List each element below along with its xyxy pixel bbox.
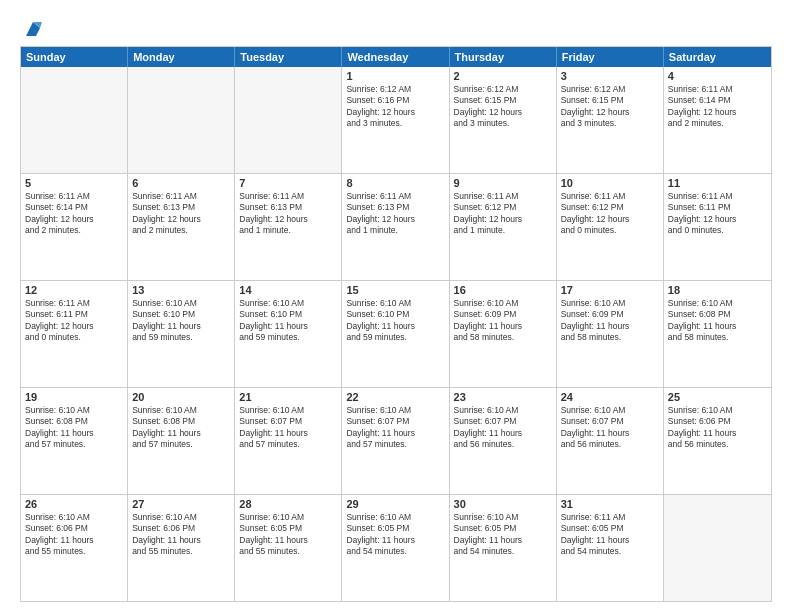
week-row-3: 12Sunrise: 6:11 AM Sunset: 6:11 PM Dayli… bbox=[21, 280, 771, 387]
cell-day-number: 9 bbox=[454, 177, 552, 189]
cell-day-number: 31 bbox=[561, 498, 659, 510]
cell-day-number: 16 bbox=[454, 284, 552, 296]
calendar-cell: 24Sunrise: 6:10 AM Sunset: 6:07 PM Dayli… bbox=[557, 388, 664, 494]
cell-info: Sunrise: 6:10 AM Sunset: 6:09 PM Dayligh… bbox=[454, 298, 552, 344]
calendar-cell: 13Sunrise: 6:10 AM Sunset: 6:10 PM Dayli… bbox=[128, 281, 235, 387]
cell-info: Sunrise: 6:12 AM Sunset: 6:15 PM Dayligh… bbox=[561, 84, 659, 130]
cell-day-number: 22 bbox=[346, 391, 444, 403]
cell-day-number: 6 bbox=[132, 177, 230, 189]
calendar-cell: 20Sunrise: 6:10 AM Sunset: 6:08 PM Dayli… bbox=[128, 388, 235, 494]
cell-info: Sunrise: 6:10 AM Sunset: 6:07 PM Dayligh… bbox=[346, 405, 444, 451]
cell-day-number: 25 bbox=[668, 391, 767, 403]
cell-info: Sunrise: 6:10 AM Sunset: 6:10 PM Dayligh… bbox=[132, 298, 230, 344]
cell-info: Sunrise: 6:10 AM Sunset: 6:10 PM Dayligh… bbox=[239, 298, 337, 344]
calendar-cell: 30Sunrise: 6:10 AM Sunset: 6:05 PM Dayli… bbox=[450, 495, 557, 601]
calendar-cell: 4Sunrise: 6:11 AM Sunset: 6:14 PM Daylig… bbox=[664, 67, 771, 173]
calendar-cell: 29Sunrise: 6:10 AM Sunset: 6:05 PM Dayli… bbox=[342, 495, 449, 601]
calendar-cell: 10Sunrise: 6:11 AM Sunset: 6:12 PM Dayli… bbox=[557, 174, 664, 280]
cell-info: Sunrise: 6:11 AM Sunset: 6:12 PM Dayligh… bbox=[561, 191, 659, 237]
week-row-2: 5Sunrise: 6:11 AM Sunset: 6:14 PM Daylig… bbox=[21, 173, 771, 280]
cell-day-number: 5 bbox=[25, 177, 123, 189]
day-header-friday: Friday bbox=[557, 47, 664, 67]
cell-day-number: 4 bbox=[668, 70, 767, 82]
calendar-cell bbox=[664, 495, 771, 601]
calendar-cell: 5Sunrise: 6:11 AM Sunset: 6:14 PM Daylig… bbox=[21, 174, 128, 280]
cell-info: Sunrise: 6:10 AM Sunset: 6:08 PM Dayligh… bbox=[668, 298, 767, 344]
cell-day-number: 10 bbox=[561, 177, 659, 189]
cell-info: Sunrise: 6:10 AM Sunset: 6:07 PM Dayligh… bbox=[561, 405, 659, 451]
calendar-cell: 16Sunrise: 6:10 AM Sunset: 6:09 PM Dayli… bbox=[450, 281, 557, 387]
cell-info: Sunrise: 6:11 AM Sunset: 6:11 PM Dayligh… bbox=[25, 298, 123, 344]
calendar-cell: 1Sunrise: 6:12 AM Sunset: 6:16 PM Daylig… bbox=[342, 67, 449, 173]
calendar-cell bbox=[235, 67, 342, 173]
calendar-cell: 23Sunrise: 6:10 AM Sunset: 6:07 PM Dayli… bbox=[450, 388, 557, 494]
calendar-cell: 21Sunrise: 6:10 AM Sunset: 6:07 PM Dayli… bbox=[235, 388, 342, 494]
calendar-cell: 11Sunrise: 6:11 AM Sunset: 6:11 PM Dayli… bbox=[664, 174, 771, 280]
calendar-cell: 7Sunrise: 6:11 AM Sunset: 6:13 PM Daylig… bbox=[235, 174, 342, 280]
cell-day-number: 17 bbox=[561, 284, 659, 296]
day-header-saturday: Saturday bbox=[664, 47, 771, 67]
calendar-cell: 2Sunrise: 6:12 AM Sunset: 6:15 PM Daylig… bbox=[450, 67, 557, 173]
calendar-cell: 25Sunrise: 6:10 AM Sunset: 6:06 PM Dayli… bbox=[664, 388, 771, 494]
calendar-cell: 26Sunrise: 6:10 AM Sunset: 6:06 PM Dayli… bbox=[21, 495, 128, 601]
calendar-cell: 8Sunrise: 6:11 AM Sunset: 6:13 PM Daylig… bbox=[342, 174, 449, 280]
cell-info: Sunrise: 6:10 AM Sunset: 6:05 PM Dayligh… bbox=[454, 512, 552, 558]
cell-info: Sunrise: 6:10 AM Sunset: 6:08 PM Dayligh… bbox=[25, 405, 123, 451]
cell-info: Sunrise: 6:10 AM Sunset: 6:07 PM Dayligh… bbox=[454, 405, 552, 451]
cell-day-number: 2 bbox=[454, 70, 552, 82]
calendar-cell: 19Sunrise: 6:10 AM Sunset: 6:08 PM Dayli… bbox=[21, 388, 128, 494]
cell-info: Sunrise: 6:10 AM Sunset: 6:06 PM Dayligh… bbox=[25, 512, 123, 558]
calendar: SundayMondayTuesdayWednesdayThursdayFrid… bbox=[20, 46, 772, 602]
day-headers: SundayMondayTuesdayWednesdayThursdayFrid… bbox=[21, 47, 771, 67]
calendar-cell bbox=[21, 67, 128, 173]
cell-info: Sunrise: 6:10 AM Sunset: 6:05 PM Dayligh… bbox=[239, 512, 337, 558]
cell-info: Sunrise: 6:11 AM Sunset: 6:13 PM Dayligh… bbox=[239, 191, 337, 237]
header bbox=[20, 18, 772, 36]
cell-day-number: 27 bbox=[132, 498, 230, 510]
cell-day-number: 11 bbox=[668, 177, 767, 189]
cell-info: Sunrise: 6:12 AM Sunset: 6:16 PM Dayligh… bbox=[346, 84, 444, 130]
cell-day-number: 24 bbox=[561, 391, 659, 403]
week-row-1: 1Sunrise: 6:12 AM Sunset: 6:16 PM Daylig… bbox=[21, 67, 771, 173]
cell-day-number: 20 bbox=[132, 391, 230, 403]
cell-day-number: 23 bbox=[454, 391, 552, 403]
calendar-cell: 27Sunrise: 6:10 AM Sunset: 6:06 PM Dayli… bbox=[128, 495, 235, 601]
cell-info: Sunrise: 6:10 AM Sunset: 6:07 PM Dayligh… bbox=[239, 405, 337, 451]
calendar-cell bbox=[128, 67, 235, 173]
week-row-5: 26Sunrise: 6:10 AM Sunset: 6:06 PM Dayli… bbox=[21, 494, 771, 601]
calendar-cell: 9Sunrise: 6:11 AM Sunset: 6:12 PM Daylig… bbox=[450, 174, 557, 280]
cell-info: Sunrise: 6:11 AM Sunset: 6:11 PM Dayligh… bbox=[668, 191, 767, 237]
cell-day-number: 8 bbox=[346, 177, 444, 189]
calendar-cell: 12Sunrise: 6:11 AM Sunset: 6:11 PM Dayli… bbox=[21, 281, 128, 387]
cell-day-number: 12 bbox=[25, 284, 123, 296]
cell-info: Sunrise: 6:10 AM Sunset: 6:06 PM Dayligh… bbox=[132, 512, 230, 558]
cell-day-number: 15 bbox=[346, 284, 444, 296]
cell-day-number: 13 bbox=[132, 284, 230, 296]
cell-info: Sunrise: 6:10 AM Sunset: 6:05 PM Dayligh… bbox=[346, 512, 444, 558]
cell-day-number: 29 bbox=[346, 498, 444, 510]
calendar-cell: 15Sunrise: 6:10 AM Sunset: 6:10 PM Dayli… bbox=[342, 281, 449, 387]
cell-info: Sunrise: 6:10 AM Sunset: 6:08 PM Dayligh… bbox=[132, 405, 230, 451]
cell-info: Sunrise: 6:10 AM Sunset: 6:06 PM Dayligh… bbox=[668, 405, 767, 451]
cell-info: Sunrise: 6:12 AM Sunset: 6:15 PM Dayligh… bbox=[454, 84, 552, 130]
calendar-cell: 18Sunrise: 6:10 AM Sunset: 6:08 PM Dayli… bbox=[664, 281, 771, 387]
cell-day-number: 18 bbox=[668, 284, 767, 296]
day-header-thursday: Thursday bbox=[450, 47, 557, 67]
calendar-cell: 6Sunrise: 6:11 AM Sunset: 6:13 PM Daylig… bbox=[128, 174, 235, 280]
cell-info: Sunrise: 6:10 AM Sunset: 6:10 PM Dayligh… bbox=[346, 298, 444, 344]
cell-day-number: 26 bbox=[25, 498, 123, 510]
cell-day-number: 19 bbox=[25, 391, 123, 403]
calendar-cell: 31Sunrise: 6:11 AM Sunset: 6:05 PM Dayli… bbox=[557, 495, 664, 601]
cell-info: Sunrise: 6:11 AM Sunset: 6:12 PM Dayligh… bbox=[454, 191, 552, 237]
cell-day-number: 30 bbox=[454, 498, 552, 510]
cell-day-number: 21 bbox=[239, 391, 337, 403]
day-header-sunday: Sunday bbox=[21, 47, 128, 67]
cell-info: Sunrise: 6:11 AM Sunset: 6:13 PM Dayligh… bbox=[132, 191, 230, 237]
cell-day-number: 28 bbox=[239, 498, 337, 510]
day-header-wednesday: Wednesday bbox=[342, 47, 449, 67]
day-header-tuesday: Tuesday bbox=[235, 47, 342, 67]
cell-day-number: 3 bbox=[561, 70, 659, 82]
cell-day-number: 7 bbox=[239, 177, 337, 189]
cell-info: Sunrise: 6:10 AM Sunset: 6:09 PM Dayligh… bbox=[561, 298, 659, 344]
logo bbox=[20, 18, 44, 36]
